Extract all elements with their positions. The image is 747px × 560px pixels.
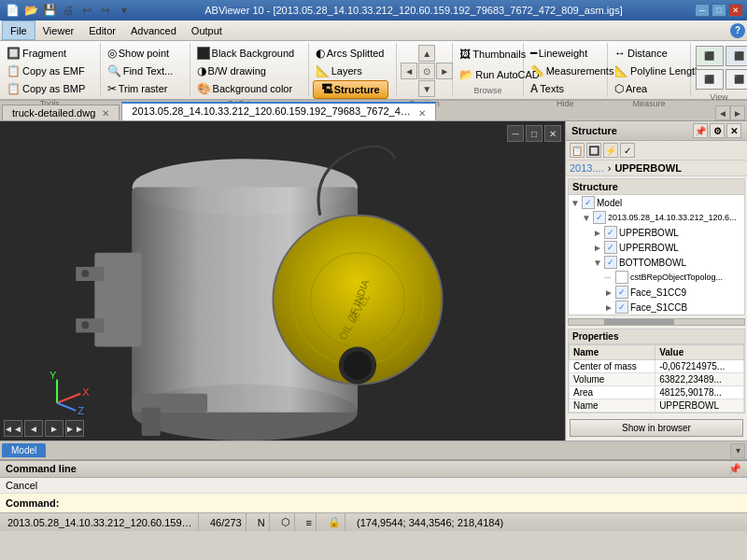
- maximize-btn[interactable]: □: [712, 4, 726, 17]
- qa-save-btn[interactable]: 💾: [41, 2, 58, 19]
- vp-btn1[interactable]: ◄◄: [4, 420, 22, 437]
- svg-rect-16: [76, 318, 104, 332]
- measurements-btn[interactable]: 📏 Measurements: [528, 63, 617, 79]
- menu-file[interactable]: File: [2, 21, 35, 40]
- menu-editor[interactable]: Editor: [81, 21, 123, 40]
- show-point-btn[interactable]: ◎ Show point: [105, 45, 172, 62]
- tab-scroll-right[interactable]: ►: [730, 105, 745, 120]
- layers-btn[interactable]: 📐 Layers: [313, 63, 365, 79]
- qa-new-btn[interactable]: 📄: [4, 2, 21, 19]
- layers-icon: 📐: [316, 64, 330, 77]
- check-face2[interactable]: ✓: [615, 301, 628, 314]
- pos-center-btn[interactable]: ⊙: [418, 63, 435, 79]
- vp-btn3[interactable]: ►: [45, 420, 63, 437]
- help-button[interactable]: ?: [730, 23, 745, 38]
- tab-scroll-left[interactable]: ◄: [715, 105, 730, 120]
- check-model[interactable]: ✓: [582, 196, 595, 209]
- copy-bmp-btn[interactable]: 📋 Copy as BMP: [4, 80, 88, 97]
- close-btn[interactable]: ✕: [728, 4, 743, 17]
- check-ub1[interactable]: ✓: [604, 226, 617, 239]
- tree-item-file[interactable]: ▼ ✓ 2013.05.28_14.10.33.212_120.6...: [569, 210, 744, 225]
- check-cst[interactable]: [615, 271, 628, 284]
- structure-btn[interactable]: 🏗 Structure: [313, 80, 388, 99]
- close-tab-igs[interactable]: ✕: [418, 108, 426, 119]
- panel-close-btn[interactable]: ✕: [726, 123, 741, 138]
- toggle-face1[interactable]: ►: [604, 287, 615, 298]
- check-file[interactable]: ✓: [593, 211, 606, 224]
- tree-item-model[interactable]: ▼ ✓ Model: [569, 195, 744, 210]
- qa-print-btn[interactable]: 🖨: [60, 2, 77, 19]
- bg-color-btn[interactable]: 🎨 Background color: [194, 80, 296, 97]
- check-face1[interactable]: ✓: [615, 286, 628, 299]
- ribbon-group-cad2: ◐ Arcs Splitted 📐 Layers 🏗 Structure: [309, 43, 398, 97]
- toggle-face2[interactable]: ►: [604, 302, 615, 313]
- arcs-btn[interactable]: ◐ Arcs Splitted: [313, 45, 388, 62]
- menu-viewer[interactable]: Viewer: [35, 21, 81, 40]
- toggle-bb[interactable]: ▼: [593, 258, 604, 268]
- tree-item-face1[interactable]: ► ✓ Face_S1CC9: [569, 285, 744, 300]
- trim-raster-btn[interactable]: ✂ Trim raster: [105, 80, 171, 97]
- pos-down-btn[interactable]: ▼: [418, 80, 435, 97]
- tree-item-upperbowl2[interactable]: ► ✓ UPPERBOWL: [569, 240, 744, 255]
- viewport-restore-btn[interactable]: □: [526, 125, 543, 142]
- panel-tb1[interactable]: 📋: [570, 143, 585, 158]
- toggle-model[interactable]: ▼: [571, 198, 582, 208]
- tree-item-cst[interactable]: ─ cstBRepObjectTopolog...: [569, 270, 744, 285]
- bw-drawing-btn[interactable]: ◑ B/W drawing: [194, 63, 269, 79]
- minimize-btn[interactable]: ─: [695, 4, 710, 17]
- panel-tb2[interactable]: 🔲: [586, 143, 601, 158]
- scroll-thumb: [604, 319, 674, 325]
- viewport-3d[interactable]: ZF INDIA OIL LEVEL X: [0, 121, 565, 441]
- model-tab[interactable]: Model: [2, 443, 46, 457]
- lineweight-btn[interactable]: ━ Lineweight: [528, 45, 591, 62]
- tree-item-face2[interactable]: ► ✓ Face_S1CCB: [569, 300, 744, 315]
- copy-emf-btn[interactable]: 📋 Copy as EMF: [4, 63, 88, 79]
- qa-open-btn[interactable]: 📂: [22, 2, 39, 19]
- measure-label: Measure: [612, 97, 686, 108]
- texts-btn[interactable]: A Texts: [528, 80, 567, 97]
- toggle-file[interactable]: ▼: [582, 213, 593, 223]
- qa-dropdown-btn[interactable]: ▾: [116, 2, 133, 19]
- viewport-close-btn[interactable]: ✕: [544, 125, 561, 142]
- panel-tb3[interactable]: ⚡: [603, 143, 618, 158]
- polyline-length-btn[interactable]: 📐 Polyline Length: [612, 63, 703, 79]
- panel-tb4[interactable]: ✓: [620, 143, 635, 158]
- toggle-ub2[interactable]: ►: [593, 243, 604, 253]
- show-browser-btn[interactable]: Show in browser: [570, 419, 743, 437]
- tab-dwg[interactable]: truck-detailed.dwg ✕: [2, 105, 120, 120]
- thumbnails-btn[interactable]: 🖼 Thumbnails: [457, 45, 529, 64]
- qa-undo-btn[interactable]: ↩: [78, 2, 95, 19]
- tree-hscroll[interactable]: [568, 318, 745, 326]
- toggle-ub1[interactable]: ►: [593, 228, 604, 238]
- menu-output[interactable]: Output: [184, 21, 230, 40]
- check-ub2[interactable]: ✓: [604, 241, 617, 254]
- pos-up-btn[interactable]: ▲: [418, 45, 435, 62]
- find-text-btn[interactable]: 🔍 Find Text...: [105, 63, 176, 79]
- pin-icon[interactable]: 📌: [728, 463, 741, 475]
- tree-item-bottombowl[interactable]: ▼ ✓ BOTTOMBOWL: [569, 255, 744, 270]
- pos-right-btn[interactable]: ►: [436, 63, 453, 79]
- area-icon: ⬡: [614, 82, 624, 95]
- fragment-btn[interactable]: 🔲 Fragment: [4, 45, 69, 62]
- black-bg-btn[interactable]: Black Background: [194, 45, 298, 62]
- distance-btn[interactable]: ↔ Distance: [612, 45, 670, 62]
- area-btn[interactable]: ⬡ Area: [612, 80, 650, 97]
- command-header-label: Command line: [6, 463, 77, 475]
- menu-advanced[interactable]: Advanced: [123, 21, 184, 40]
- command-input[interactable]: [63, 496, 741, 511]
- pos-left-btn[interactable]: ◄: [401, 63, 417, 79]
- svg-text:Z: Z: [78, 405, 84, 416]
- vp-btn2[interactable]: ◄: [24, 420, 43, 437]
- tab-igs[interactable]: 2013.05.28_14.10.33.212_120.60.159.192_7…: [121, 102, 436, 120]
- qa-redo-btn[interactable]: ↪: [97, 2, 114, 19]
- model-tab-scroll-btn[interactable]: ▾: [730, 443, 745, 458]
- tree-item-upperbowl1[interactable]: ► ✓ UPPERBOWL: [569, 225, 744, 240]
- panel-icon1[interactable]: 📌: [693, 123, 708, 138]
- viewport-minimize-btn[interactable]: ─: [507, 125, 524, 142]
- ribbon: 🔲 Fragment 📋 Copy as EMF 📋 Copy as BMP T…: [0, 41, 747, 101]
- close-tab-dwg[interactable]: ✕: [102, 108, 109, 119]
- check-bb[interactable]: ✓: [604, 256, 617, 269]
- vp-btn4[interactable]: ►►: [65, 420, 84, 437]
- toggle-cst[interactable]: ─: [604, 273, 615, 283]
- panel-icon2[interactable]: ⚙: [710, 123, 725, 138]
